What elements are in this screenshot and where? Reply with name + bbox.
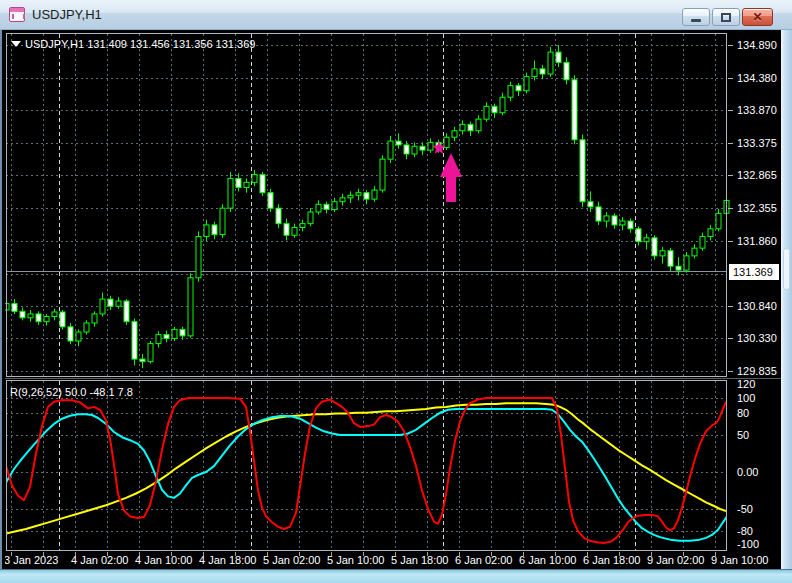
close-icon: ✕ <box>752 11 762 23</box>
window-controls: ✕ <box>682 8 773 26</box>
indicator-axis-label: -100 <box>737 538 759 550</box>
price-axis-label: 134.890 <box>737 39 777 51</box>
time-axis-label: 4 Jan 02:00 <box>71 554 129 566</box>
indicator-axis-label: 50 <box>737 429 749 441</box>
window-title: USDJPY,H1 <box>32 7 102 22</box>
minimize-button[interactable] <box>682 8 710 26</box>
time-axis-label: 5 Jan 10:00 <box>327 554 385 566</box>
bid-price-tag-text: 131.369 <box>733 266 773 278</box>
time-axis-label: 5 Jan 18:00 <box>391 554 449 566</box>
indicator-label: R(9,26,52) 50.0 -48.1 7.8 <box>10 386 133 398</box>
close-button[interactable]: ✕ <box>742 8 773 26</box>
price-axis-label: 129.835 <box>737 365 777 377</box>
price-axis-label: 134.380 <box>737 72 777 84</box>
chart-header: USDJPY,H1 131.409 131.456 131.356 131.36… <box>11 38 255 50</box>
indicator-axis-label: -80 <box>737 525 753 537</box>
price-axis-label: 132.865 <box>737 169 777 181</box>
price-axis-label: 130.840 <box>737 300 777 312</box>
indicator-axis-label: 0.00 <box>737 466 758 478</box>
indicator-axis-label: -50 <box>737 503 753 515</box>
window-border-left <box>0 30 2 583</box>
price-axis-label: 133.870 <box>737 104 777 116</box>
chart-client-area: USDJPY,H1 131.409 131.456 131.356 131.36… <box>0 30 792 583</box>
time-axis-label: 4 Jan 18:00 <box>199 554 257 566</box>
minimize-icon <box>691 19 701 22</box>
restore-icon <box>721 13 731 22</box>
time-axis-label: 6 Jan 10:00 <box>519 554 577 566</box>
indicator-axis-label: 80 <box>737 407 749 419</box>
price-axis-label: 132.355 <box>737 202 777 214</box>
indicator-axis-label: 100 <box>737 392 755 404</box>
price-chart[interactable]: USDJPY,H1 131.409 131.456 131.356 131.36… <box>5 31 782 569</box>
price-axis-label: 130.330 <box>737 332 777 344</box>
mt4-chart-window: USDJPY,H1 ✕ USDJPY,H1 131.409 131.456 13… <box>0 0 792 583</box>
restore-button[interactable] <box>712 8 740 26</box>
indicator-axis-label: 120 <box>737 378 755 390</box>
price-axis-label: 131.860 <box>737 235 777 247</box>
time-axis-label: 4 Jan 10:00 <box>135 554 193 566</box>
window-border-bottom <box>0 569 792 583</box>
window-border-right <box>781 30 792 583</box>
time-axis-label: 6 Jan 18:00 <box>583 554 641 566</box>
price-axis-label: 133.375 <box>737 137 777 149</box>
time-axis-label: 9 Jan 10:00 <box>711 554 769 566</box>
time-axis-label: 6 Jan 02:00 <box>455 554 513 566</box>
chart-background <box>5 31 782 569</box>
scrollbar-thumb[interactable] <box>783 248 790 290</box>
time-axis-label: 3 Jan 2023 <box>5 554 58 566</box>
ohlc-readout: USDJPY,H1 131.409 131.456 131.356 131.36… <box>25 38 255 50</box>
title-bar[interactable]: USDJPY,H1 ✕ <box>0 0 792 30</box>
time-axis-label: 9 Jan 02:00 <box>647 554 705 566</box>
chart-icon <box>9 7 25 22</box>
time-axis-label: 5 Jan 02:00 <box>263 554 321 566</box>
